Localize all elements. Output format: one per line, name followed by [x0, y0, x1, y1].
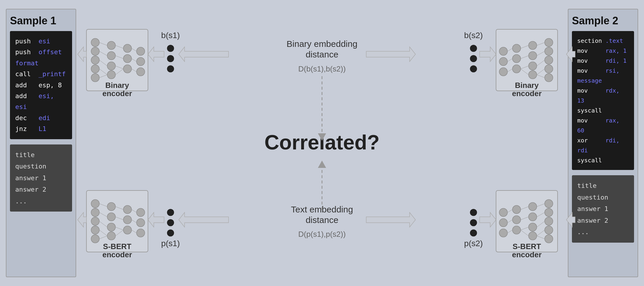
svg-line-47 — [537, 51, 545, 56]
svg-marker-152 — [318, 133, 326, 141]
sample2-box: Sample 2 section .text mov rax, 1 mov rd… — [568, 9, 638, 277]
svg-point-94 — [545, 226, 553, 234]
svg-text:encoder: encoder — [512, 89, 541, 98]
svg-text:D(b(s1),b(s2)): D(b(s1),b(s2)) — [298, 64, 346, 73]
svg-point-142 — [470, 219, 477, 226]
svg-point-71 — [123, 216, 132, 224]
svg-point-70 — [123, 205, 132, 214]
svg-point-15 — [137, 68, 145, 76]
svg-line-51 — [521, 45, 529, 48]
svg-point-99 — [529, 232, 537, 240]
svg-line-23 — [115, 66, 123, 69]
svg-text:encoder: encoder — [102, 89, 132, 98]
svg-line-115 — [507, 210, 512, 212]
svg-line-116 — [507, 220, 512, 223]
svg-line-16 — [99, 42, 107, 45]
svg-marker-124 — [480, 47, 496, 62]
svg-point-133 — [167, 55, 174, 62]
svg-point-61 — [91, 200, 99, 208]
svg-point-96 — [529, 202, 537, 211]
svg-point-45 — [499, 68, 507, 76]
svg-marker-121 — [148, 47, 164, 62]
svg-line-106 — [537, 204, 545, 207]
svg-rect-0 — [86, 29, 148, 91]
svg-text:Correlated?: Correlated? — [265, 131, 380, 154]
bs1-label: b(s1) — [161, 31, 180, 40]
svg-point-66 — [107, 202, 115, 211]
svg-line-27 — [132, 69, 137, 72]
svg-rect-60 — [86, 190, 148, 252]
svg-line-114 — [521, 230, 529, 236]
svg-point-63 — [91, 217, 99, 225]
svg-line-80 — [99, 236, 107, 239]
svg-marker-123 — [366, 47, 415, 62]
sample1-text: title question answer 1 answer 2 ... — [10, 144, 72, 212]
svg-point-37 — [529, 52, 537, 60]
svg-point-9 — [107, 71, 115, 79]
svg-point-135 — [470, 45, 477, 52]
svg-marker-126 — [78, 212, 86, 227]
svg-point-132 — [167, 45, 174, 52]
svg-text:S-BERT: S-BERT — [513, 242, 541, 251]
sample1-title: Sample 1 — [10, 15, 72, 27]
svg-point-136 — [470, 55, 477, 62]
svg-point-7 — [107, 52, 115, 60]
svg-point-101 — [512, 216, 521, 224]
svg-marker-120 — [78, 47, 86, 62]
svg-point-69 — [107, 232, 115, 240]
svg-point-134 — [167, 65, 174, 72]
svg-point-35 — [545, 74, 553, 82]
ps2-label: p(s2) — [464, 239, 483, 248]
svg-point-14 — [137, 57, 145, 66]
svg-line-82 — [115, 217, 123, 220]
svg-line-50 — [537, 75, 545, 78]
svg-point-62 — [91, 208, 99, 217]
svg-point-104 — [499, 219, 507, 227]
svg-line-85 — [132, 210, 137, 212]
svg-line-76 — [99, 204, 107, 207]
svg-point-2 — [91, 47, 99, 55]
svg-point-13 — [137, 47, 145, 55]
svg-text:encoder: encoder — [102, 250, 132, 259]
svg-line-117 — [507, 230, 512, 233]
svg-point-42 — [512, 65, 521, 73]
svg-point-6 — [107, 41, 115, 50]
svg-text:distance: distance — [306, 215, 338, 225]
svg-text:Binary: Binary — [105, 81, 129, 90]
svg-line-56 — [507, 59, 512, 62]
svg-text:Text embedding: Text embedding — [291, 205, 353, 214]
svg-line-108 — [537, 221, 545, 227]
svg-point-91 — [545, 200, 553, 208]
svg-point-11 — [123, 55, 132, 63]
svg-line-53 — [521, 66, 529, 69]
svg-point-74 — [137, 219, 145, 227]
svg-point-65 — [91, 235, 99, 243]
sample1-box: Sample 1 push esi push offset format cal… — [6, 9, 76, 277]
svg-point-72 — [123, 226, 132, 234]
svg-point-1 — [91, 38, 99, 47]
svg-point-3 — [91, 56, 99, 64]
svg-line-55 — [507, 48, 512, 51]
svg-point-4 — [91, 65, 99, 73]
svg-marker-127 — [148, 212, 164, 227]
svg-marker-122 — [179, 47, 229, 62]
svg-line-20 — [99, 75, 107, 78]
svg-point-103 — [499, 208, 507, 217]
svg-point-105 — [499, 229, 507, 237]
svg-line-22 — [115, 56, 123, 59]
ps1-label: p(s1) — [161, 239, 180, 248]
svg-line-86 — [132, 220, 137, 223]
svg-point-43 — [499, 47, 507, 55]
svg-text:distance: distance — [306, 50, 338, 59]
svg-line-25 — [132, 48, 137, 51]
svg-line-49 — [537, 69, 545, 75]
svg-line-19 — [99, 69, 107, 75]
svg-point-73 — [137, 208, 145, 217]
svg-point-32 — [545, 47, 553, 55]
svg-line-79 — [99, 230, 107, 236]
svg-point-97 — [529, 213, 537, 221]
svg-point-41 — [512, 55, 521, 63]
svg-line-78 — [99, 221, 107, 227]
svg-line-46 — [537, 42, 545, 45]
svg-point-36 — [529, 41, 537, 50]
